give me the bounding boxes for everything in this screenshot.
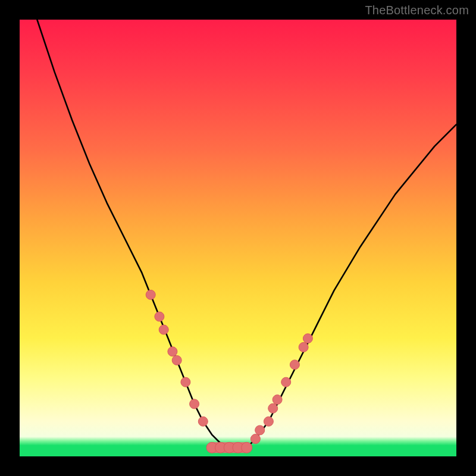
data-marker bbox=[255, 425, 265, 435]
data-marker bbox=[190, 399, 199, 409]
data-marker bbox=[273, 395, 282, 405]
data-marker bbox=[281, 377, 291, 387]
data-marker bbox=[146, 290, 155, 299]
data-marker bbox=[181, 377, 190, 387]
watermark-text: TheBottleneck.com bbox=[365, 4, 469, 17]
data-marker bbox=[290, 360, 299, 369]
data-marker bbox=[172, 356, 181, 365]
chart-frame: TheBottleneck.com bbox=[0, 0, 476, 476]
data-marker bbox=[242, 442, 252, 453]
data-marker bbox=[168, 347, 177, 356]
data-marker bbox=[268, 403, 278, 413]
data-marker bbox=[264, 416, 273, 426]
data-marker bbox=[198, 416, 208, 426]
plot-area bbox=[20, 20, 456, 456]
data-marker bbox=[299, 343, 308, 352]
curve-path bbox=[20, 0, 456, 447]
data-marker bbox=[250, 434, 260, 444]
bottleneck-curve bbox=[20, 20, 456, 456]
data-marker bbox=[159, 325, 168, 334]
data-marker bbox=[155, 312, 164, 321]
data-marker bbox=[303, 334, 312, 343]
